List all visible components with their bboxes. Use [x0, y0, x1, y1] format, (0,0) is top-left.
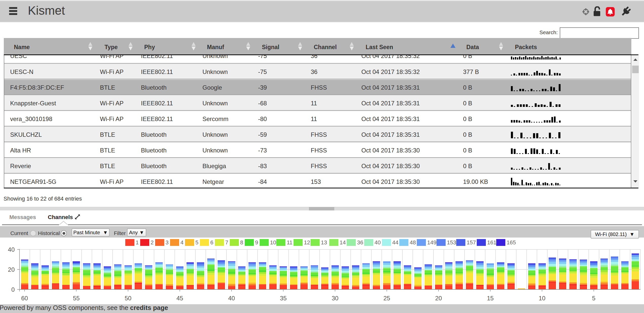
svg-text:25: 25	[383, 295, 390, 302]
svg-text:20: 20	[8, 266, 15, 273]
svg-text:15: 15	[487, 295, 494, 302]
svg-text:60: 60	[21, 295, 28, 302]
svg-text:5: 5	[592, 295, 595, 302]
svg-text:50: 50	[125, 295, 132, 302]
svg-text:40: 40	[8, 247, 15, 253]
svg-text:35: 35	[280, 295, 287, 302]
svg-text:0: 0	[11, 286, 15, 293]
svg-text:55: 55	[73, 295, 80, 302]
svg-text:40: 40	[228, 295, 235, 302]
svg-text:20: 20	[435, 295, 442, 302]
svg-text:10: 10	[539, 295, 546, 302]
svg-text:45: 45	[176, 295, 183, 302]
svg-text:30: 30	[332, 295, 339, 302]
